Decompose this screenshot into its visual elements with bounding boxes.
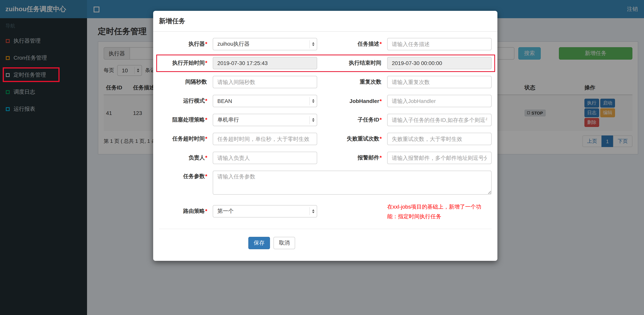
task-desc-label: 任务描述* xyxy=(317,41,382,48)
application-root: zuihou任务调度中心 注销 导航 执行器管理 Cron任务管理 定时任务管理… xyxy=(0,0,644,315)
save-button[interactable]: 保存 xyxy=(248,237,270,249)
run-mode-select[interactable]: BEAN xyxy=(213,95,317,107)
alarm-email-label: 报警邮件* xyxy=(317,154,382,161)
interval-label: 间隔秒数 xyxy=(159,79,207,86)
retry-label: 失败重试次数* xyxy=(317,135,382,142)
form-row-owner-email: 负责人* 报警邮件* xyxy=(159,152,492,164)
cancel-button[interactable]: 取消 xyxy=(274,237,295,249)
form-row-params: 任务参数* xyxy=(159,171,492,195)
task-desc-input[interactable] xyxy=(387,38,492,50)
executor-label: 执行器* xyxy=(159,41,207,48)
child-task-label: 子任务ID* xyxy=(317,117,382,123)
select-stepper-icon xyxy=(310,116,314,124)
modal-body: 执行器* zuihou执行器 任务描述* 执行开始时间* 执行结束时间 间隔秒数… xyxy=(153,32,498,229)
form-row-executor-desc: 执行器* zuihou执行器 任务描述* xyxy=(159,38,492,50)
route-strategy-select-value: 第一个 xyxy=(217,208,234,215)
modal-title: 新增任务 xyxy=(159,18,185,25)
select-stepper-icon xyxy=(310,207,314,215)
route-strategy-label: 路由策略* xyxy=(159,208,207,215)
retry-input[interactable] xyxy=(387,133,492,145)
form-row-mode-handler: 运行模式* BEAN JobHandler* xyxy=(159,95,492,107)
modal-footer: 保存 取消 xyxy=(153,229,498,261)
timeout-label: 任务超时时间* xyxy=(159,135,207,142)
modal-header: 新增任务 xyxy=(153,11,498,32)
repeat-input[interactable] xyxy=(387,76,492,88)
executor-select-value: zuihou执行器 xyxy=(217,41,250,48)
form-row-start-end-time: 执行开始时间* 执行结束时间 xyxy=(159,57,492,69)
alarm-email-input[interactable] xyxy=(387,152,492,164)
executor-select[interactable]: zuihou执行器 xyxy=(213,38,317,50)
form-row-route: 路由策略* 第一个 在xxl-jobs项目的基础上，新增了一个功能：指定时间执行… xyxy=(159,201,492,221)
start-time-input[interactable] xyxy=(213,57,317,69)
child-task-input[interactable] xyxy=(387,114,492,126)
block-strategy-label: 阻塞处理策略* xyxy=(159,117,207,123)
start-time-label: 执行开始时间* xyxy=(159,60,207,67)
interval-input[interactable] xyxy=(213,76,317,88)
run-mode-label: 运行模式* xyxy=(159,98,207,105)
route-strategy-select[interactable]: 第一个 xyxy=(213,205,317,217)
select-stepper-icon xyxy=(310,40,314,48)
task-params-label: 任务参数* xyxy=(159,173,207,180)
owner-input[interactable] xyxy=(213,152,317,164)
form-row-timeout-retry: 任务超时时间* 失败重试次数* xyxy=(159,133,492,145)
block-strategy-select[interactable]: 单机串行 xyxy=(213,114,317,126)
form-row-block-child: 阻塞处理策略* 单机串行 子任务ID* xyxy=(159,114,492,126)
end-time-input[interactable] xyxy=(387,57,492,69)
run-mode-select-value: BEAN xyxy=(217,98,232,104)
block-strategy-select-value: 单机串行 xyxy=(217,117,239,123)
jobhandler-input[interactable] xyxy=(387,95,492,107)
repeat-label: 重复次数 xyxy=(317,79,382,86)
jobhandler-label: JobHandler* xyxy=(317,98,382,104)
timeout-input[interactable] xyxy=(213,133,317,145)
select-stepper-icon xyxy=(310,97,314,105)
feature-note-text: 在xxl-jobs项目的基础上，新增了一个功能：指定时间执行任务 xyxy=(387,202,492,221)
form-row-interval-repeat: 间隔秒数 重复次数 xyxy=(159,76,492,88)
add-task-modal: 新增任务 执行器* zuihou执行器 任务描述* 执行开始时间* 执行结束时间 xyxy=(153,11,498,261)
owner-label: 负责人* xyxy=(159,154,207,161)
task-params-textarea[interactable] xyxy=(213,171,492,195)
end-time-label: 执行结束时间 xyxy=(317,60,382,67)
